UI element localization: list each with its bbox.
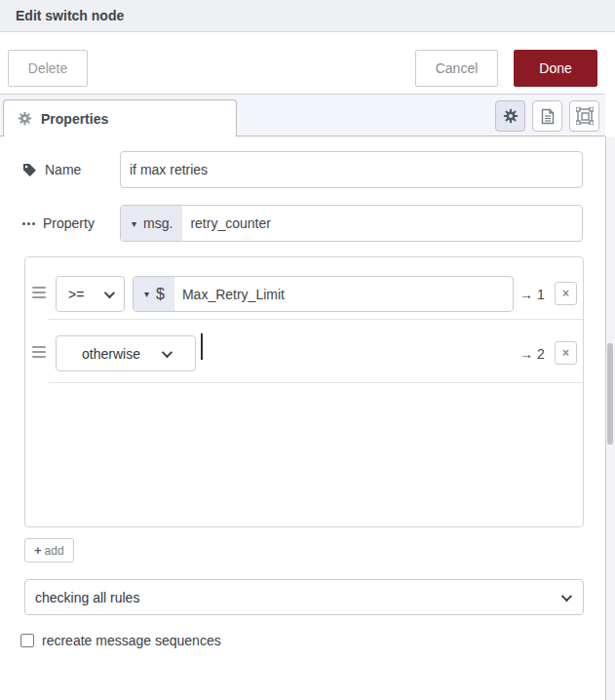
name-input[interactable] (120, 151, 583, 188)
rule-1-remove-button[interactable]: × (555, 282, 577, 305)
rule-drag-handle[interactable] (32, 287, 46, 298)
scrollbar-thumb[interactable] (607, 343, 613, 445)
gear-icon (18, 111, 32, 126)
delete-button[interactable]: Delete (8, 50, 88, 87)
description-icon (541, 108, 555, 125)
rule-2-output-label: → 2 (519, 346, 545, 362)
dialog-title: Edit switch node (16, 8, 124, 23)
rule-1-output-label: → 1 (519, 287, 545, 302)
recreate-sequences-checkbox[interactable] (20, 634, 34, 647)
edit-properties-button[interactable] (495, 100, 525, 132)
rule-1-value-input[interactable] (174, 277, 513, 311)
tag-icon (22, 163, 37, 177)
property-field-label: Property (22, 214, 95, 233)
property-type-label: msg. (143, 215, 173, 231)
rule-1-type-dropdown[interactable]: ▾ $ (134, 277, 174, 311)
tab-properties-label: Properties (41, 111, 108, 127)
rule-2-operator-select[interactable]: otherwise (56, 335, 196, 371)
text-cursor (201, 333, 203, 360)
rule-mode-select[interactable]: checking all rules (24, 579, 584, 615)
rule-mode-value: checking all rules (35, 590, 139, 605)
group-icon (576, 107, 594, 125)
edit-description-button[interactable] (532, 100, 562, 132)
caret-down-icon: ▾ (144, 289, 149, 299)
chevron-down-icon (162, 346, 173, 357)
rule-drag-handle[interactable] (32, 346, 46, 358)
add-rule-label: add (45, 544, 64, 558)
edit-group-button[interactable] (569, 100, 599, 132)
chevron-down-icon (104, 287, 115, 297)
rule-1-typed-input: ▾ $ (133, 276, 514, 312)
rule-1-operator-select[interactable]: >= (56, 276, 125, 312)
property-typed-input: ▾ msg. (120, 205, 583, 242)
caret-down-icon: ▾ (132, 218, 136, 229)
cancel-button[interactable]: Cancel (415, 50, 498, 87)
ellipsis-icon (22, 222, 35, 225)
add-rule-button[interactable]: + add (24, 538, 74, 563)
dialog-header: Edit switch node (0, 0, 615, 32)
done-button[interactable]: Done (514, 50, 597, 87)
gear-icon (503, 108, 519, 124)
name-field-label: Name (22, 160, 81, 179)
plus-icon: + (34, 543, 42, 558)
expression-type-label: $ (156, 286, 165, 303)
property-input[interactable] (182, 206, 582, 241)
rule-separator (49, 382, 583, 383)
rule-separator (49, 319, 583, 320)
tab-properties[interactable]: Properties (3, 99, 237, 136)
recreate-sequences-label: recreate message sequences (42, 633, 221, 648)
property-type-dropdown[interactable]: ▾ msg. (121, 206, 182, 241)
recreate-sequences-row: recreate message sequences (20, 633, 221, 648)
rule-2-remove-button[interactable]: × (555, 341, 577, 365)
chevron-down-icon (561, 590, 572, 601)
